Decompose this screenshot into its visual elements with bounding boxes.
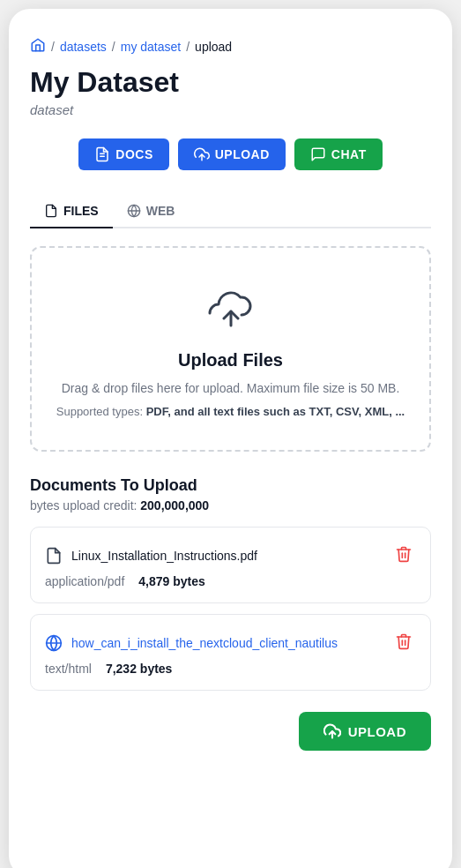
upload-types-highlight: PDF, and all text files such as TXT, CSV… [146, 405, 405, 418]
page-title: My Dataset [30, 66, 431, 99]
tabs: FILES WEB [30, 195, 431, 228]
doc-item-2-size: 7,232 bytes [106, 662, 173, 676]
upload-zone-desc: Drag & drop files here for upload. Maxim… [53, 379, 408, 398]
tab-web[interactable]: WEB [113, 195, 190, 228]
docs-button-label: DOCS [115, 147, 152, 161]
docs-button[interactable]: DOCS [78, 138, 168, 170]
breadcrumb-my-dataset[interactable]: my dataset [121, 40, 181, 54]
tab-web-label: WEB [146, 204, 175, 218]
app-frame: / datasets / my dataset / upload My Data… [9, 9, 452, 868]
doc-item-1-mime: application/pdf [45, 574, 124, 588]
upload-zone-title: Upload Files [53, 350, 408, 370]
docs-section-title: Documents To Upload [30, 476, 431, 495]
upload-icon-top [194, 146, 210, 162]
page-subtitle: dataset [30, 102, 431, 117]
upload-drop-zone[interactable]: Upload Files Drag & drop files here for … [30, 246, 431, 452]
doc-item-1-size: 4,879 bytes [138, 574, 205, 588]
action-buttons: DOCS UPLOAD CHAT [30, 138, 431, 170]
home-icon[interactable] [30, 37, 46, 56]
tab-files[interactable]: FILES [30, 195, 113, 228]
upload-button-bottom-label: UPLOAD [348, 724, 406, 739]
doc-item-1-name: Linux_Installation_Instructions.pdf [45, 547, 257, 565]
upload-button-top-label: UPLOAD [215, 147, 270, 161]
trash-icon-2 [395, 632, 413, 650]
web-tab-icon [127, 204, 141, 218]
delete-button-1[interactable] [391, 542, 416, 569]
bottom-bar: UPLOAD [30, 712, 431, 751]
documents-section: Documents To Upload bytes upload credit:… [30, 476, 431, 691]
breadcrumb-datasets[interactable]: datasets [60, 40, 107, 54]
breadcrumb-sep-3: / [186, 40, 190, 54]
delete-button-2[interactable] [391, 629, 416, 656]
doc-item-1: Linux_Installation_Instructions.pdf appl… [30, 527, 431, 603]
chat-icon [310, 146, 326, 162]
docs-credit-prefix: bytes upload credit: [30, 498, 137, 513]
upload-button-bottom[interactable]: UPLOAD [299, 712, 431, 751]
chat-button[interactable]: CHAT [294, 138, 383, 170]
breadcrumb-sep-1: / [51, 40, 55, 54]
doc-item-1-meta: application/pdf 4,879 bytes [45, 574, 416, 588]
upload-zone-types: Supported types: PDF, and all text files… [53, 405, 408, 418]
upload-icon-bottom [323, 722, 341, 740]
upload-button-top[interactable]: UPLOAD [178, 138, 286, 170]
doc-item-1-filename: Linux_Installation_Instructions.pdf [71, 549, 257, 563]
doc-item-2-mime: text/html [45, 662, 92, 676]
doc-item-2-filename[interactable]: how_can_i_install_the_nextcloud_client_n… [71, 636, 338, 650]
file-icon-1 [45, 547, 63, 565]
chat-button-label: CHAT [331, 147, 367, 161]
cloud-upload-icon [203, 280, 259, 336]
tab-files-label: FILES [63, 204, 99, 218]
breadcrumb-sep-2: / [112, 40, 115, 54]
web-icon-2 [45, 634, 63, 652]
doc-item-2-name: how_can_i_install_the_nextcloud_client_n… [45, 634, 338, 652]
trash-icon-1 [395, 545, 413, 563]
doc-item-2-meta: text/html 7,232 bytes [45, 662, 416, 676]
upload-types-prefix: Supported types: [56, 405, 143, 418]
docs-credit: bytes upload credit: 200,000,000 [30, 498, 431, 513]
docs-credit-value: 200,000,000 [140, 498, 209, 513]
breadcrumb: / datasets / my dataset / upload [30, 37, 431, 56]
docs-icon [94, 146, 110, 162]
breadcrumb-current: upload [195, 40, 232, 54]
files-tab-icon [44, 204, 58, 218]
doc-item-2: how_can_i_install_the_nextcloud_client_n… [30, 614, 431, 691]
